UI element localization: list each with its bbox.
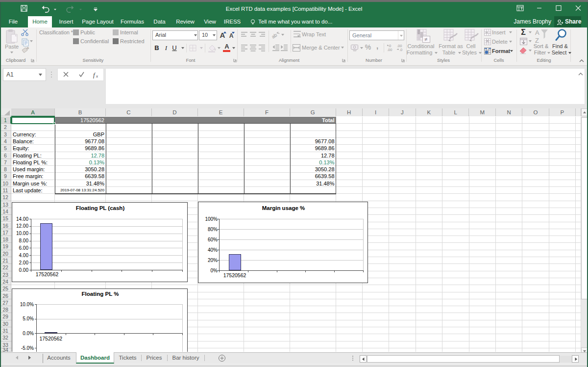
svg-text:x: x (96, 74, 98, 79)
svg-text:A: A (535, 29, 539, 36)
svg-text:≠: ≠ (424, 36, 427, 42)
svg-text:.0: .0 (399, 48, 402, 52)
svg-text:.00: .00 (387, 48, 392, 52)
